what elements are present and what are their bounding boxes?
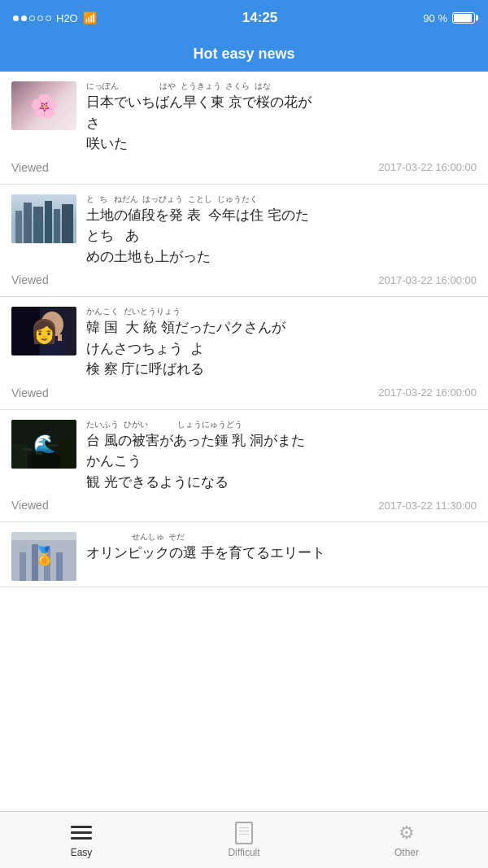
news-item-1[interactable]: にっぽん はや とうきょう さくら はな 日本でいちばん早く東 京で桜の花がさ咲… — [0, 72, 488, 185]
ruby-line-4: たいふう ひがい しょうにゅうどう — [86, 420, 477, 430]
svg-rect-8 — [11, 307, 40, 355]
svg-rect-12 — [58, 334, 62, 341]
timestamp-4: 2017-03-22 11:30:00 — [378, 499, 477, 512]
news-content-1: にっぽん はや とうきょう さくら はな 日本でいちばん早く東 京で桜の花がさ咲… — [11, 81, 477, 155]
battery-percent: 90 % — [423, 12, 447, 24]
news-item-3[interactable]: かんこく だいとうりょう 韓 国 大 統 領だったパクさんがけんさつちょう よ検… — [0, 297, 488, 410]
svg-rect-23 — [32, 544, 38, 581]
svg-rect-5 — [54, 209, 60, 243]
svg-rect-16 — [11, 444, 28, 469]
viewed-label-4: Viewed — [11, 499, 49, 512]
svg-point-9 — [41, 312, 63, 338]
battery-fill — [454, 14, 472, 22]
news-thumb-1 — [11, 81, 76, 130]
clock: 14:25 — [242, 10, 277, 26]
news-list: にっぽん はや とうきょう さくら はな 日本でいちばん早く東 京で桜の花がさ咲… — [0, 72, 488, 587]
news-text-5: せんしゅ そだ オリンピックの選 手を育てるエリート — [86, 532, 477, 564]
news-meta-3: Viewed 2017-03-22 16:00:00 — [11, 386, 477, 403]
tab-easy-label: Easy — [71, 847, 93, 858]
signal-dot-1 — [13, 15, 19, 21]
svg-rect-1 — [15, 211, 22, 243]
news-content-4: たいふう ひがい しょうにゅうどう 台 風の被害があった鍾 乳 洞がまたかんこう… — [11, 420, 477, 493]
wifi-icon: 📶 — [83, 11, 97, 24]
news-text-3: かんこく だいとうりょう 韓 国 大 統 領だったパクさんがけんさつちょう よ検… — [86, 307, 477, 380]
signal-dot-5 — [46, 15, 51, 21]
viewed-label-1: Viewed — [11, 161, 49, 174]
signal-dot-2 — [21, 15, 27, 21]
tab-difficult[interactable]: Difficult — [163, 822, 325, 858]
tab-other-label: Other — [394, 847, 419, 858]
signal-dot-4 — [37, 15, 43, 21]
app-header: Hot easy news — [0, 36, 488, 72]
battery-icon — [452, 12, 475, 24]
news-headline-2: 土地の値段を発 表 今年は住 宅のたとち あめの土地も上がった — [86, 205, 477, 268]
svg-rect-26 — [11, 532, 76, 540]
svg-rect-6 — [62, 204, 73, 243]
ruby-line-3: かんこく だいとうりょう — [86, 307, 477, 316]
status-bar: H2O 📶 14:25 90 % — [0, 0, 488, 36]
news-thumb-2 — [11, 194, 76, 243]
news-thumb-3 — [11, 307, 76, 355]
ruby-line-1: にっぽん はや とうきょう さくら はな — [86, 81, 477, 91]
svg-rect-24 — [44, 548, 50, 581]
status-left: H2O 📶 — [13, 11, 97, 24]
list-icon — [71, 826, 92, 840]
timestamp-2: 2017-03-22 16:00:00 — [378, 274, 477, 286]
list-line-1 — [71, 826, 92, 828]
svg-rect-3 — [33, 207, 43, 243]
news-text-1: にっぽん はや とうきょう さくら はな 日本でいちばん早く東 京で桜の花がさ咲… — [86, 81, 477, 155]
news-content-3: かんこく だいとうりょう 韓 国 大 統 領だったパクさんがけんさつちょう よ検… — [11, 307, 477, 380]
news-thumb-5 — [11, 532, 76, 581]
svg-rect-18 — [24, 448, 32, 451]
news-meta-4: Viewed 2017-03-22 11:30:00 — [11, 499, 477, 515]
svg-rect-20 — [36, 452, 42, 455]
news-headline-5: オリンピックの選 手を育てるエリート — [86, 543, 477, 564]
news-content-5: せんしゅ そだ オリンピックの選 手を育てるエリート — [11, 532, 477, 581]
news-text-2: と ち ねだん はっぴょう ことし じゅうたく 土地の値段を発 表 今年は住 宅… — [86, 194, 477, 268]
news-headline-3: 韓 国 大 統 領だったパクさんがけんさつちょう よ検 察 庁に呼ばれる — [86, 317, 477, 380]
tab-spacer — [0, 587, 488, 644]
timestamp-1: 2017-03-22 16:00:00 — [378, 161, 477, 173]
news-content-2: と ち ねだん はっぴょう ことし じゅうたく 土地の値段を発 表 今年は住 宅… — [11, 194, 477, 268]
list-line-3 — [71, 837, 92, 840]
doc-icon — [235, 822, 253, 844]
viewed-label-3: Viewed — [11, 386, 49, 399]
svg-rect-25 — [56, 552, 63, 581]
tab-other[interactable]: ⚙ Other — [325, 822, 488, 858]
tab-difficult-label: Difficult — [228, 847, 259, 858]
tab-difficult-icon — [232, 822, 256, 844]
carrier-label: H2O — [56, 12, 78, 24]
svg-rect-11 — [42, 334, 46, 341]
tab-easy-icon — [69, 822, 94, 844]
svg-rect-19 — [48, 444, 58, 447]
header-title: Hot easy news — [193, 46, 294, 63]
svg-rect-17 — [60, 440, 76, 469]
tab-other-icon: ⚙ — [394, 822, 419, 844]
ruby-line-2: と ち ねだん はっぴょう ことし じゅうたく — [86, 194, 477, 204]
news-headline-1: 日本でいちばん早く東 京で桜の花がさ咲いた — [86, 92, 477, 155]
svg-rect-2 — [24, 203, 32, 243]
list-line-2 — [71, 831, 92, 834]
svg-rect-4 — [45, 201, 52, 243]
news-item-2[interactable]: と ち ねだん はっぴょう ことし じゅうたく 土地の値段を発 表 今年は住 宅… — [0, 185, 488, 298]
news-headline-4: 台 風の被害があった鍾 乳 洞がまたかんこう観 光できるようになる — [86, 430, 477, 493]
status-right: 90 % — [423, 12, 475, 24]
timestamp-3: 2017-03-22 16:00:00 — [378, 386, 477, 399]
battery-bar — [452, 12, 475, 24]
news-meta-2: Viewed 2017-03-22 16:00:00 — [11, 273, 477, 290]
news-item-4[interactable]: たいふう ひがい しょうにゅうどう 台 風の被害があった鍾 乳 洞がまたかんこう… — [0, 410, 488, 523]
gear-icon: ⚙ — [399, 824, 415, 842]
news-text-4: たいふう ひがい しょうにゅうどう 台 風の被害があった鍾 乳 洞がまたかんこう… — [86, 420, 477, 493]
news-thumb-4 — [11, 420, 76, 469]
viewed-label-2: Viewed — [11, 273, 49, 286]
tab-easy[interactable]: Easy — [0, 822, 163, 858]
signal-dot-3 — [29, 15, 35, 21]
ruby-line-5: せんしゅ そだ — [86, 532, 477, 542]
news-meta-1: Viewed 2017-03-22 16:00:00 — [11, 161, 477, 177]
signal-dots — [13, 15, 51, 21]
svg-rect-22 — [20, 552, 26, 581]
tab-bar: Easy Difficult ⚙ Other — [0, 811, 488, 868]
news-item-5[interactable]: せんしゅ そだ オリンピックの選 手を育てるエリート — [0, 522, 488, 587]
